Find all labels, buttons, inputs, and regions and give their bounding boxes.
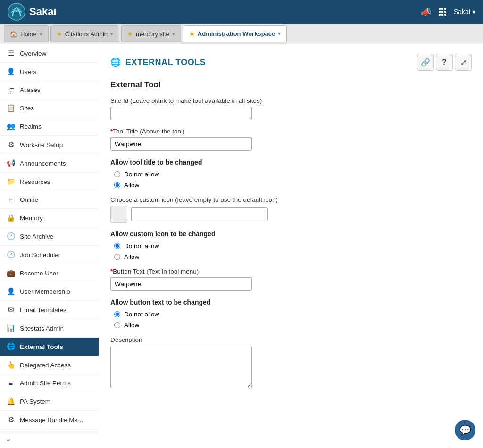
user-menu-button[interactable]: Sakai ▾ [454,8,475,16]
tab-mercury-site[interactable]: ★ mercury site ▾ [121,25,181,42]
tool-title-label: *Tool Title (Above the tool) [110,128,393,135]
sidebar-item-overview[interactable]: ☰ Overview [0,44,99,63]
job-scheduler-icon: 🕐 [7,250,15,259]
user-dropdown-arrow: ▾ [472,8,475,16]
pa-system-icon: 🔔 [7,397,15,406]
sidebar-item-external-tools[interactable]: 🌐 External Tools [0,338,99,356]
tab-admin-workspace-label: Administration Workspace [198,30,275,37]
sidebar-item-online[interactable]: ≡ Online [0,191,99,209]
custom-icon-allow[interactable]: Allow [114,253,393,260]
sidebar-item-resources-label: Resources [20,178,50,185]
message-bundle-icon: ⚙ [7,415,15,424]
sidebar-item-aliases-label: Aliases [20,86,41,93]
button-text-do-not-allow[interactable]: Do not allow [114,311,393,318]
tab-home-label: Home [20,31,37,38]
sidebar-item-user-membership-label: User Membership [20,288,70,295]
sidebar-item-announcements-label: Announcements [20,160,66,167]
sidebar-item-become-user-label: Become User [20,270,58,277]
custom-icon-do-not-allow[interactable]: Do not allow [114,242,393,249]
main-layout: ☰ Overview 👤 Users 🏷 Aliases 📋 Sites 👥 R… [0,44,483,448]
sidebar-item-worksite-setup-label: Worksite Setup [20,141,63,149]
tool-title-input[interactable] [110,137,252,151]
megaphone-icon[interactable]: 📣 [421,7,431,17]
sidebar-item-sitestats-admin-label: Sitestats Admin [20,325,64,332]
tool-title-allow[interactable]: Allow [114,182,393,189]
tab-citations-admin-label: Citations Admin [65,31,108,38]
user-membership-icon: 👤 [7,287,15,296]
online-icon: ≡ [7,196,15,204]
sidebar-item-email-templates-label: Email Templates [20,307,67,314]
custom-icon-label: Choose a custom icon (leave empty to use… [110,196,393,203]
home-icon: 🏠 [10,31,17,38]
announcements-icon: 📢 [7,159,15,167]
custom-icon-yes-radio[interactable] [114,254,120,260]
expand-button[interactable]: ⤢ [455,54,472,71]
sidebar-item-sitestats-admin[interactable]: 📊 Sitestats Admin [0,319,99,338]
sidebar-item-user-membership[interactable]: 👤 User Membership [0,282,99,301]
site-archive-icon: 🕐 [7,232,15,241]
allow-button-text-label: Allow button text to be changed [110,299,393,306]
tab-citations-admin[interactable]: ★ Citations Admin ▾ [50,25,119,42]
button-text-input[interactable] [110,277,252,291]
tab-admin-workspace[interactable]: ★ Administration Workspace ▾ [183,25,287,42]
sidebar-item-overview-label: Overview [20,50,46,57]
link-button[interactable]: 🔗 [417,54,434,71]
tool-title-no-radio[interactable] [114,171,120,177]
sidebar-item-realms[interactable]: 👥 Realms [0,117,99,136]
help-button[interactable]: ? [436,54,453,71]
sidebar-item-job-scheduler[interactable]: 🕐 Job Scheduler [0,246,99,264]
sidebar-item-aliases[interactable]: 🏷 Aliases [0,81,99,99]
tool-title-no-label: Do not allow [124,171,159,178]
tab-mercury-site-label: mercury site [136,31,169,38]
sakai-logo: Sakai [8,3,57,21]
tool-title-yes-radio[interactable] [114,182,120,188]
custom-icon-input[interactable] [131,207,268,221]
sidebar-item-admin-site-perms[interactable]: ≡ Admin Site Perms [0,374,99,392]
aliases-icon: 🏷 [7,86,15,94]
sidebar-item-message-bundle-label: Message Bundle Ma... [20,416,83,423]
overview-icon: ☰ [7,49,15,58]
sidebar-item-resources[interactable]: 📁 Resources [0,173,99,191]
sidebar-item-realms-label: Realms [20,123,42,130]
sidebar-item-pa-system[interactable]: 🔔 PA System [0,392,99,411]
worksite-setup-icon: ⚙ [7,141,15,149]
sidebar-item-users[interactable]: 👤 Users [0,63,99,81]
sidebar-item-memory[interactable]: 🔒 Memory [0,209,99,227]
chat-floating-button[interactable]: 💬 [455,420,475,440]
sidebar-item-announcements[interactable]: 📢 Announcements [0,154,99,173]
button-text-label: *Button Text (Text in tool menu) [110,268,393,275]
citations-admin-star-icon: ★ [57,31,62,38]
site-id-label: Site Id (Leave blank to make tool availa… [110,97,393,104]
description-textarea[interactable] [110,346,252,388]
page-title: EXTERNAL TOOLS [125,58,206,67]
sidebar-item-message-bundle[interactable]: ⚙ Message Bundle Ma... [0,411,99,429]
site-id-input[interactable] [110,107,252,120]
tab-mercury-dropdown-icon: ▾ [172,31,175,37]
sidebar-collapse-button[interactable]: « [0,431,99,448]
sidebar-item-sites[interactable]: 📋 Sites [0,99,99,117]
users-icon: 👤 [7,67,15,76]
sidebar-item-become-user[interactable]: 💼 Become User [0,264,99,282]
sidebar-item-worksite-setup[interactable]: ⚙ Worksite Setup [0,136,99,154]
become-user-icon: 💼 [7,269,15,277]
button-text-yes-radio[interactable] [114,322,120,328]
tab-bar: 🏠 Home ▾ ★ Citations Admin ▾ ★ mercury s… [0,24,483,44]
button-text-no-radio[interactable] [114,311,120,317]
sidebar-item-online-label: Online [20,196,38,203]
sidebar-item-site-archive[interactable]: 🕐 Site Archive [0,227,99,246]
form-section-title: External Tool [110,80,393,90]
grid-apps-icon[interactable] [439,8,446,16]
sites-icon: 📋 [7,104,15,112]
sidebar-item-admin-site-perms-label: Admin Site Perms [20,380,71,387]
top-nav-actions: 📣 Sakai ▾ [421,7,475,17]
tool-title-do-not-allow[interactable]: Do not allow [114,171,393,178]
custom-icon-no-radio[interactable] [114,243,120,249]
realms-icon: 👥 [7,122,15,131]
delegated-access-icon: 👆 [7,361,15,369]
memory-icon: 🔒 [7,214,15,222]
tab-home[interactable]: 🏠 Home ▾ [4,25,49,42]
icon-preview-box [110,206,127,223]
sidebar-item-delegated-access[interactable]: 👆 Delegated Access [0,356,99,374]
button-text-allow[interactable]: Allow [114,322,393,329]
sidebar-item-email-templates[interactable]: ✉ Email Templates [0,301,99,319]
